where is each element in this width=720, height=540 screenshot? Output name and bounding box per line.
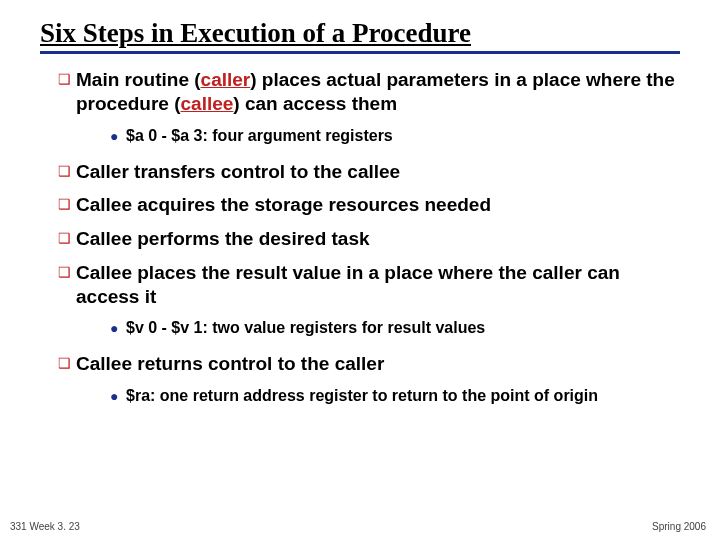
box-icon: ❑ [58,68,76,116]
box-icon: ❑ [58,352,76,376]
bullet-item-3: ❑ Callee acquires the storage resources … [58,193,680,217]
sub-bullet-text: $v 0 - $v 1: two value registers for res… [126,318,485,338]
bullet-text: Callee returns control to the caller [76,352,384,376]
callout-callee: callee [181,93,234,114]
bullet-text: Callee places the result value in a plac… [76,261,680,309]
bullet-text: Caller transfers control to the callee [76,160,400,184]
dot-icon: ● [110,386,126,406]
sub-bullet-text: $ra: one return address register to retu… [126,386,598,406]
dot-icon: ● [110,126,126,146]
bullet-item-5: ❑ Callee places the result value in a pl… [58,261,680,309]
box-icon: ❑ [58,261,76,309]
footer-right: Spring 2006 [652,521,706,532]
footer-left: 331 Week 3. 23 [10,521,80,532]
bullet-item-1: ❑ Main routine (caller) places actual pa… [58,68,680,116]
dot-icon: ● [110,318,126,338]
bullet-item-2: ❑ Caller transfers control to the callee [58,160,680,184]
slide-body: ❑ Main routine (caller) places actual pa… [40,68,680,406]
sub-bullet-2: ● $v 0 - $v 1: two value registers for r… [110,318,680,338]
slide-title: Six Steps in Execution of a Procedure [40,18,680,54]
bullet-text: Callee acquires the storage resources ne… [76,193,491,217]
box-icon: ❑ [58,193,76,217]
sub-bullet-3: ● $ra: one return address register to re… [110,386,680,406]
sub-bullet-1: ● $a 0 - $a 3: four argument registers [110,126,680,146]
box-icon: ❑ [58,160,76,184]
box-icon: ❑ [58,227,76,251]
sub-bullet-text: $a 0 - $a 3: four argument registers [126,126,393,146]
bullet-item-6: ❑ Callee returns control to the caller [58,352,680,376]
bullet-item-4: ❑ Callee performs the desired task [58,227,680,251]
slide: Six Steps in Execution of a Procedure ❑ … [0,0,720,406]
bullet-text: Callee performs the desired task [76,227,370,251]
callout-caller: caller [201,69,251,90]
bullet-text: Main routine (caller) places actual para… [76,68,680,116]
